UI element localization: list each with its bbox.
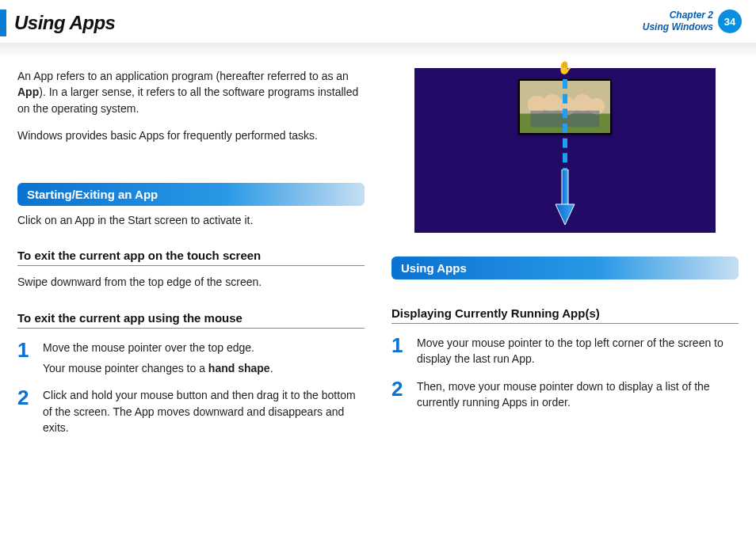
step-body: Move your mouse pointer to the top left … <box>417 335 739 367</box>
svg-marker-9 <box>556 204 575 225</box>
chapter-label: Chapter 2 Using Windows <box>643 10 713 33</box>
section-heading-starting-exiting: Starting/Exiting an App <box>17 183 365 206</box>
intro-bold: App <box>17 86 39 98</box>
step-body: Then, move your mouse pointer down to di… <box>417 378 739 411</box>
chapter-line-1: Chapter 2 <box>643 10 713 21</box>
svg-point-3 <box>543 94 561 112</box>
header-left: Using Apps <box>0 10 115 36</box>
right-step-1: 1 Move your mouse pointer to the top lef… <box>391 335 739 367</box>
left-column: An App refers to an application program … <box>17 68 365 435</box>
intro-text-a: An App refers to an application program … <box>17 70 349 82</box>
section-heading-using-apps: Using Apps <box>391 257 739 279</box>
step-number: 2 <box>17 387 33 435</box>
step-text: Then, move your mouse pointer down to di… <box>417 378 739 411</box>
sub1-body: Swipe downward from the top edge of the … <box>17 274 365 290</box>
step-number: 1 <box>17 340 33 377</box>
page-header: Using Apps Chapter 2 Using Windows 34 <box>0 0 756 44</box>
drag-down-illustration: ✋ <box>414 68 716 233</box>
step-text-2a: Your mouse pointer changes to a <box>43 362 208 374</box>
left-step-1: 1 Move the mouse pointer over the top ed… <box>17 340 365 377</box>
page-number-badge: 34 <box>718 10 742 33</box>
subhead-exit-touch: To exit the current app on the touch scr… <box>17 249 365 266</box>
cursor-hand-icon: ✋ <box>557 60 573 75</box>
svg-rect-8 <box>562 169 568 206</box>
chapter-line-2: Using Windows <box>643 21 713 33</box>
intro-paragraph-1: An App refers to an application program … <box>17 68 365 116</box>
step-text-2bold: hand shape <box>208 362 270 374</box>
arrow-down-icon <box>555 169 575 226</box>
subhead-displaying-running: Displaying Currently Running App(s) <box>391 306 739 324</box>
step-number: 2 <box>391 378 407 411</box>
step-text: Click and hold your mouse button and the… <box>43 387 365 435</box>
step-text-2b: . <box>270 362 273 374</box>
content-area: An App refers to an application program … <box>0 44 756 435</box>
step-text-line1: Move the mouse pointer over the top edge… <box>43 340 365 355</box>
left-step-2: 2 Click and hold your mouse button and t… <box>17 387 365 435</box>
intro-text-b: ). In a larger sense, it refers to all t… <box>17 86 358 114</box>
page-title: Using Apps <box>14 12 115 34</box>
step-text-line2: Your mouse pointer changes to a hand sha… <box>43 360 365 376</box>
drag-path-line <box>563 79 567 177</box>
heading1-body: Click on an App in the Start screen to a… <box>17 212 365 228</box>
step-text: Move your mouse pointer to the top left … <box>417 335 739 367</box>
intro-paragraph-2: Windows provides basic Apps for frequent… <box>17 127 365 143</box>
step-body: Click and hold your mouse button and the… <box>43 387 365 435</box>
step-body: Move the mouse pointer over the top edge… <box>43 340 365 377</box>
header-right: Chapter 2 Using Windows 34 <box>643 10 746 33</box>
right-column: ✋ <box>391 68 739 435</box>
header-accent-bar <box>0 10 6 36</box>
subhead-exit-mouse: To exit the current app using the mouse <box>17 311 365 329</box>
right-step-2: 2 Then, move your mouse pointer down to … <box>391 378 739 411</box>
step-number: 1 <box>391 335 407 367</box>
